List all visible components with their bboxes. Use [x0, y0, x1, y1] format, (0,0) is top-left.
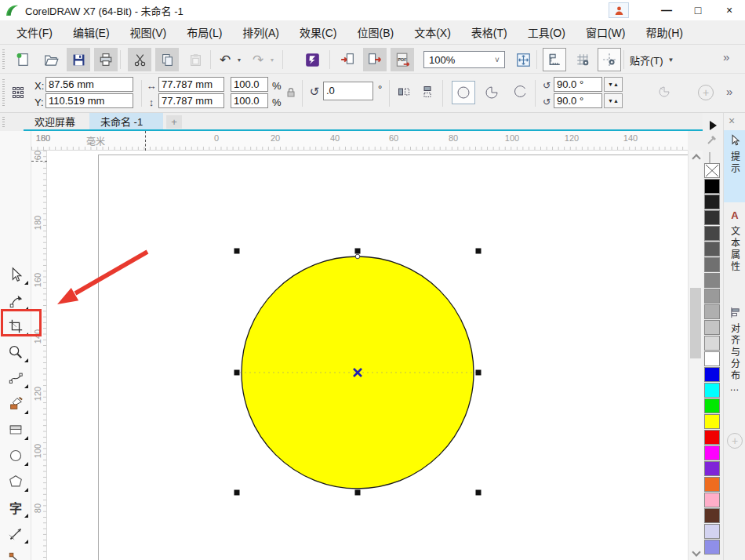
docker-tab-hints[interactable]: 提示 [724, 130, 745, 202]
change-direction-icon[interactable] [657, 85, 671, 99]
tab-welcome-screen[interactable]: 欢迎屏幕 [24, 113, 86, 129]
color-swatch[interactable] [704, 257, 720, 272]
add-docker-button[interactable]: + [727, 433, 743, 449]
menu-item[interactable]: 布局(L) [176, 20, 232, 44]
palette-flyout-icon[interactable] [710, 121, 717, 130]
menu-item[interactable]: 窗口(W) [576, 20, 636, 44]
print-icon[interactable] [94, 48, 118, 71]
artistic-media-tool[interactable] [0, 391, 31, 416]
export-icon[interactable] [363, 48, 387, 71]
lock-ratio-icon[interactable] [284, 85, 298, 100]
ellipse-mode-button[interactable] [452, 81, 475, 104]
fit-to-window-icon[interactable] [511, 48, 535, 71]
redo-dropdown-caret[interactable]: ▼ [267, 48, 278, 71]
menu-item[interactable]: 表格(T) [461, 20, 518, 44]
menu-item[interactable]: 编辑(E) [63, 20, 120, 44]
property-bar-grip[interactable] [2, 79, 5, 106]
pick-tool[interactable] [0, 261, 31, 287]
pie-mode-button[interactable] [480, 81, 503, 104]
add-property-icon[interactable]: + [698, 85, 714, 100]
undo-icon[interactable]: ↶ [216, 48, 234, 71]
mirror-vertical-icon[interactable] [420, 85, 434, 99]
color-swatch[interactable] [704, 273, 720, 288]
docker-tab-align-distribute[interactable]: 对齐与分布… [724, 303, 745, 427]
mirror-horizontal-icon[interactable] [397, 85, 411, 99]
menu-item[interactable]: 视图(V) [120, 20, 177, 44]
menu-item[interactable]: 文件(F) [6, 20, 63, 44]
arc-mode-button[interactable] [508, 81, 532, 104]
copy-icon[interactable] [155, 48, 179, 71]
color-swatch[interactable] [704, 320, 720, 335]
undo-dropdown-caret[interactable]: ▼ [234, 48, 245, 71]
color-swatch[interactable] [704, 179, 720, 194]
application-launcher-icon[interactable] [300, 48, 324, 71]
color-swatch[interactable] [704, 367, 720, 382]
text-tool[interactable]: 字 [0, 494, 31, 520]
menu-item[interactable]: 效果(C) [289, 20, 347, 44]
zoom-level-combo[interactable]: 100% ˅ [423, 51, 505, 68]
color-swatch[interactable] [704, 493, 720, 507]
color-swatch[interactable] [704, 430, 720, 445]
publish-pdf-icon[interactable]: PDF [391, 48, 414, 71]
color-swatch[interactable] [704, 524, 720, 539]
color-swatch[interactable] [704, 304, 720, 319]
color-swatch[interactable] [704, 383, 720, 398]
redo-icon[interactable]: ↷ [249, 48, 267, 71]
scale-v-field[interactable]: 100.0 [231, 93, 268, 108]
dimension-tool[interactable] [0, 520, 31, 546]
no-color-swatch[interactable] [704, 163, 720, 178]
canvas-vertical-scrollbar[interactable] [688, 151, 703, 560]
polygon-tool[interactable] [0, 468, 31, 494]
color-swatch[interactable] [704, 351, 720, 366]
menu-item[interactable]: 文本(X) [404, 20, 461, 44]
color-swatch[interactable] [704, 195, 720, 209]
scroll-up-button[interactable] [689, 151, 703, 164]
color-swatch[interactable] [704, 477, 720, 492]
end-angle-field[interactable]: 90.0 ° [554, 93, 602, 108]
zoom-tool[interactable] [0, 339, 31, 365]
cut-icon[interactable] [128, 48, 151, 71]
chevron-down-icon[interactable]: ˅ [490, 56, 504, 64]
paste-icon[interactable] [184, 48, 207, 71]
toolbar-overflow-button[interactable]: » [723, 50, 729, 64]
menu-item[interactable]: 位图(B) [347, 20, 404, 44]
end-angle-spinner[interactable]: ▼▲ [604, 93, 623, 108]
x-position-field[interactable]: 87.56 mm [45, 77, 133, 92]
maximize-button[interactable]: □ [682, 1, 714, 20]
color-swatch[interactable] [704, 226, 720, 241]
vertical-ruler[interactable]: 1801601401201008060 [31, 151, 47, 560]
snap-to-button[interactable]: 贴齐(T) ▼ [630, 49, 674, 70]
color-swatch[interactable] [704, 461, 720, 476]
start-angle-field[interactable]: 90.0 ° [554, 77, 602, 92]
rectangle-tool[interactable] [0, 416, 31, 442]
ellipse-node[interactable] [355, 254, 360, 259]
height-field[interactable]: 77.787 mm [158, 93, 224, 108]
tab-document[interactable]: 未命名 -1 [89, 113, 163, 129]
import-icon[interactable] [336, 48, 359, 71]
property-overflow-button[interactable]: » [726, 85, 732, 98]
toggle-guidelines-icon[interactable] [598, 48, 621, 71]
ellipse-tool[interactable] [0, 442, 31, 468]
color-swatch[interactable] [704, 540, 720, 555]
new-tab-button[interactable]: + [166, 115, 182, 129]
save-icon[interactable] [67, 48, 90, 71]
tabbar-grip[interactable] [2, 117, 5, 128]
crop-tool[interactable] [0, 313, 31, 339]
toggle-grid-icon[interactable] [571, 48, 594, 71]
toggle-rulers-icon[interactable] [543, 48, 566, 71]
menu-item[interactable]: 排列(A) [232, 20, 289, 44]
color-swatch[interactable] [704, 508, 720, 523]
start-angle-spinner[interactable]: ▼▲ [604, 77, 623, 92]
color-swatch[interactable] [704, 210, 720, 225]
close-button[interactable]: × [714, 1, 745, 20]
scale-h-field[interactable]: 100.0 [231, 77, 268, 92]
palette-eyedropper-icon[interactable] [706, 133, 718, 146]
horizontal-ruler[interactable]: 毫米 020406080100120140160180 [31, 131, 688, 151]
rotation-angle-field[interactable]: .0 [323, 82, 373, 100]
new-document-icon[interactable] [11, 48, 35, 71]
minimize-button[interactable]: — [651, 1, 682, 20]
menu-item[interactable]: 帮助(H) [635, 20, 692, 44]
color-swatch[interactable] [704, 336, 720, 351]
y-position-field[interactable]: 110.519 mm [45, 93, 133, 108]
freehand-tool[interactable] [0, 365, 31, 391]
